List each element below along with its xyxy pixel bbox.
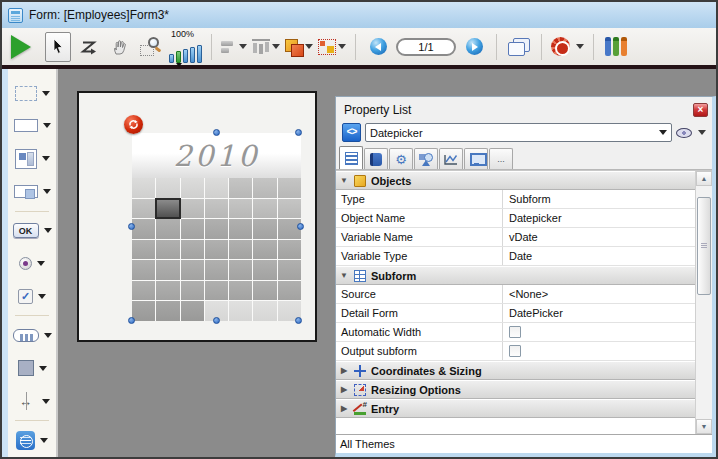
chevron-down-icon[interactable]	[43, 189, 51, 194]
section-label: Objects	[371, 175, 411, 187]
button-grid-tool-icon[interactable]	[13, 329, 39, 342]
chevron-down-icon[interactable]	[38, 294, 46, 299]
tab-events[interactable]	[439, 148, 463, 169]
chevron-down-icon[interactable]	[239, 44, 247, 49]
collapse-icon[interactable]: ▼	[339, 271, 349, 280]
expand-icon[interactable]: ▶	[339, 385, 349, 394]
run-form-button[interactable]	[8, 32, 34, 62]
entry-order-button[interactable]	[76, 32, 102, 62]
chevron-down-icon[interactable]	[42, 399, 50, 404]
zoom-bar-1[interactable]	[169, 54, 174, 63]
tab-appearance[interactable]	[364, 148, 388, 169]
tab-display[interactable]	[464, 148, 488, 169]
chevron-down-icon[interactable]	[272, 44, 280, 49]
scroll-down-icon[interactable]: ▼	[696, 419, 712, 434]
property-value[interactable]: Subform	[503, 190, 695, 208]
tab-properties[interactable]	[339, 146, 363, 169]
group-button[interactable]	[318, 32, 346, 62]
selection-handle-bottom-right[interactable]	[295, 317, 302, 324]
theme-filter-status[interactable]: All Themes	[336, 434, 712, 453]
property-value[interactable]: Date	[503, 247, 695, 265]
subform-section-icon	[354, 270, 366, 282]
tab-settings[interactable]: ⚙	[389, 148, 413, 169]
web-area-tool-icon[interactable]	[16, 431, 35, 450]
checkbox-unchecked[interactable]	[509, 345, 521, 357]
button-tool-icon[interactable]: OK	[13, 223, 39, 238]
scroll-up-icon[interactable]: ▲	[696, 171, 712, 186]
property-value[interactable]: DatePicker	[503, 304, 695, 322]
pointer-tool-button[interactable]	[45, 32, 71, 62]
form-pages-button[interactable]	[506, 32, 532, 62]
prev-page-button[interactable]	[365, 32, 391, 62]
form-menu-button[interactable]	[551, 32, 584, 62]
property-value[interactable]	[503, 342, 695, 360]
section-header-entry[interactable]: ▶Entry	[336, 399, 695, 418]
chevron-down-icon[interactable]	[44, 333, 52, 338]
close-icon[interactable]: ×	[693, 103, 708, 117]
expand-icon[interactable]: ▶	[339, 366, 349, 375]
tab-more[interactable]: ...	[489, 148, 513, 169]
selection-handle-mid-left[interactable]	[128, 223, 135, 230]
text-tool-icon[interactable]	[15, 86, 37, 101]
combo-box-tool-icon[interactable]	[14, 185, 38, 198]
chevron-down-icon[interactable]	[44, 228, 52, 233]
zoom-bar-current[interactable]	[176, 51, 181, 63]
next-page-button[interactable]	[461, 32, 487, 62]
eye-icon[interactable]	[676, 128, 692, 138]
chevron-down-icon[interactable]	[698, 130, 706, 135]
property-value[interactable]	[503, 323, 695, 341]
chevron-down-icon[interactable]	[576, 44, 584, 49]
page-indicator[interactable]: 1/1	[396, 38, 456, 56]
datepicker-year-label: 2010	[174, 139, 260, 173]
duplicate-button[interactable]	[285, 32, 313, 62]
section-header-subform[interactable]: ▼Subform	[336, 266, 695, 285]
checkbox-unchecked[interactable]	[509, 326, 521, 338]
zoom-bar-3[interactable]	[183, 49, 188, 63]
radio-button-tool-icon[interactable]	[19, 257, 32, 270]
selection-handle-top-center[interactable]	[213, 129, 220, 136]
collapse-icon[interactable]: ▼	[339, 176, 349, 185]
form-editor-window: Form: [Employees]Form3* 100%	[0, 0, 718, 459]
object-selector-dropdown[interactable]: Datepicker	[365, 123, 672, 142]
check-box-tool-icon[interactable]: ✓	[18, 289, 33, 304]
zoom-level-bars[interactable]: 100%	[169, 31, 202, 63]
expand-icon[interactable]: ▶	[339, 404, 349, 413]
list-box-tool-icon[interactable]	[15, 149, 37, 169]
titlebar: Form: [Employees]Form3*	[2, 2, 716, 28]
object-nav-icon[interactable]: <>	[342, 123, 361, 142]
move-tool-button[interactable]	[107, 32, 133, 62]
zoom-tool-button[interactable]	[138, 32, 164, 62]
tab-objects[interactable]	[414, 148, 438, 169]
property-scrollbar[interactable]: ▲ ▼	[695, 171, 712, 434]
scrollbar-thumb[interactable]	[697, 197, 711, 295]
chevron-down-icon[interactable]	[39, 366, 47, 371]
distribute-button[interactable]	[252, 32, 280, 62]
property-value[interactable]: Datepicker	[503, 209, 695, 227]
section-header-resizing-options[interactable]: ▶Resizing Options	[336, 380, 695, 399]
form-page[interactable]: 2010	[77, 91, 317, 342]
library-button[interactable]	[603, 32, 629, 62]
property-value[interactable]: vDate	[503, 228, 695, 246]
chevron-down-icon[interactable]	[338, 44, 346, 49]
calendar-cell	[278, 260, 301, 280]
rectangle-tool-icon[interactable]	[18, 360, 34, 376]
zoom-bar-4[interactable]	[190, 47, 195, 63]
selection-handle-top-right[interactable]	[295, 129, 302, 136]
align-button[interactable]	[221, 32, 247, 62]
selection-handle-mid-right[interactable]	[297, 223, 304, 230]
section-header-coordinates-sizing[interactable]: ▶Coordinates & Sizing	[336, 361, 695, 380]
property-value[interactable]: <None>	[503, 285, 695, 303]
chevron-down-icon[interactable]	[43, 123, 51, 128]
chevron-down-icon[interactable]	[42, 91, 50, 96]
section-header-objects[interactable]: ▼Objects	[336, 171, 695, 190]
chevron-down-icon[interactable]	[40, 438, 48, 443]
splitter-tool-icon[interactable]: ↔	[15, 392, 37, 410]
zoom-bar-5[interactable]	[197, 45, 202, 63]
selection-handle-bottom-left[interactable]	[128, 317, 135, 324]
chevron-down-icon[interactable]	[37, 261, 45, 266]
datepicker-subform-object[interactable]: 2010	[132, 133, 301, 321]
selection-handle-bottom-center[interactable]	[213, 317, 220, 324]
chevron-down-icon[interactable]	[305, 44, 313, 49]
input-tool-icon[interactable]	[14, 119, 38, 132]
chevron-down-icon[interactable]	[42, 156, 50, 161]
